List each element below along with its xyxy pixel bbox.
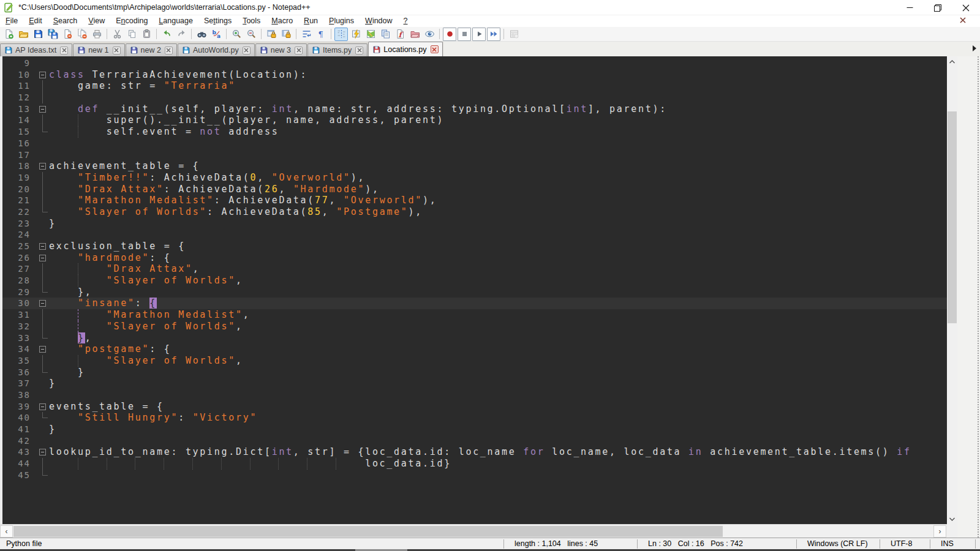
redo-icon[interactable] — [175, 28, 188, 41]
minimize-button[interactable] — [895, 0, 924, 15]
tab-label: new 2 — [141, 46, 161, 54]
show-all-characters-icon[interactable]: ¶ — [314, 28, 328, 41]
zoom-in-icon[interactable] — [230, 28, 243, 41]
tab-items-py[interactable]: Items.py — [307, 43, 368, 56]
menu-item-search[interactable]: Search — [48, 15, 83, 27]
code-line: 12 — [2, 92, 947, 103]
tab-close-icon[interactable] — [295, 47, 303, 54]
menu-item-encoding[interactable]: Encoding — [110, 15, 153, 27]
print-icon[interactable] — [90, 28, 104, 41]
fold-collapse-icon[interactable] — [39, 300, 46, 307]
function-list-icon[interactable]: f — [393, 28, 407, 41]
tab-new-2[interactable]: new 2 — [126, 43, 177, 56]
tab-list-icon[interactable] — [972, 45, 977, 51]
restore-button[interactable] — [924, 0, 952, 15]
menu-item-window[interactable]: Window — [360, 15, 398, 27]
close-window-button[interactable] — [952, 0, 980, 15]
scroll-right-icon[interactable]: › — [933, 525, 946, 538]
code-editor[interactable]: 910class TerrariaAchievement(Location):1… — [0, 56, 947, 524]
fold-collapse-icon[interactable] — [39, 72, 46, 78]
menu-item-plugins[interactable]: Plugins — [323, 15, 360, 27]
status-position: Pos : 742 — [710, 539, 743, 548]
line-number: 16 — [2, 138, 31, 149]
code-text: "Drax Attax", — [49, 263, 200, 275]
tab-close-icon[interactable] — [355, 47, 363, 54]
status-encoding[interactable]: UTF-8 — [884, 538, 912, 550]
code-text: "Marathon Medalist": AchieveData(77, "Ov… — [49, 195, 437, 206]
vertical-scrollbar[interactable] — [947, 56, 957, 524]
copy-icon[interactable] — [125, 28, 138, 41]
save-all-icon[interactable] — [46, 28, 59, 41]
close-document-icon[interactable] — [959, 17, 967, 24]
macro-stop-icon[interactable] — [458, 28, 471, 41]
menu-item-help[interactable]: ? — [398, 15, 413, 27]
horizontal-scrollbar[interactable]: ‹ › — [0, 524, 947, 538]
tab-label: AP Ideas.txt — [15, 46, 56, 54]
fold-collapse-icon[interactable] — [39, 449, 46, 455]
undo-icon[interactable] — [160, 28, 173, 41]
scroll-up-icon[interactable] — [947, 56, 957, 67]
macro-record-icon[interactable] — [443, 28, 456, 41]
menu-item-settings[interactable]: Settings — [198, 15, 237, 27]
tab-autoworld-py[interactable]: AutoWorld.py — [178, 43, 255, 56]
scroll-left-icon[interactable]: ‹ — [0, 525, 13, 538]
fold-collapse-icon[interactable] — [39, 106, 46, 113]
menu-item-macro[interactable]: Macro — [266, 15, 298, 27]
menu-item-view[interactable]: View — [83, 15, 110, 27]
fold-collapse-icon[interactable] — [39, 346, 46, 353]
sync-vertical-scrolling-icon[interactable] — [265, 28, 278, 41]
menu-item-file[interactable]: File — [0, 15, 23, 27]
status-eol-format[interactable]: Windows (CR LF) — [801, 538, 868, 550]
cut-icon[interactable] — [110, 28, 124, 41]
find-icon[interactable] — [195, 28, 208, 41]
fold-collapse-icon[interactable] — [39, 243, 46, 250]
paste-icon[interactable] — [140, 28, 153, 41]
line-number: 10 — [2, 69, 31, 81]
macro-save-icon[interactable] — [507, 28, 521, 41]
status-insert-mode[interactable]: INS — [935, 538, 954, 550]
replace-icon[interactable]: ba — [209, 28, 223, 41]
document-list-icon[interactable] — [379, 28, 392, 41]
menu-item-run[interactable]: Run — [298, 15, 323, 27]
fold-collapse-icon[interactable] — [39, 255, 46, 261]
macro-run-multiple-icon[interactable] — [487, 28, 500, 41]
close-icon[interactable] — [61, 28, 74, 41]
close-all-icon[interactable] — [75, 28, 89, 41]
fold-guide-line — [42, 309, 43, 321]
save-icon[interactable] — [31, 28, 45, 41]
code-line: 17 — [2, 149, 947, 161]
menu-item-language[interactable]: Language — [153, 15, 198, 27]
line-number: 19 — [2, 172, 31, 184]
window-right-edge — [957, 56, 980, 538]
tab-close-icon[interactable] — [431, 45, 439, 53]
folder-as-workspace-icon[interactable] — [408, 28, 421, 41]
tab-close-icon[interactable] — [165, 47, 173, 54]
toolbar-separator — [226, 29, 227, 39]
tab-close-icon[interactable] — [243, 47, 251, 54]
fold-guide-line — [42, 263, 43, 275]
sync-horizontal-scrolling-icon[interactable] — [279, 28, 293, 41]
scroll-down-icon[interactable] — [947, 514, 957, 524]
vertical-scrollbar-thumb[interactable] — [948, 111, 957, 323]
code-text: exclusion_table = { — [49, 241, 186, 252]
indent-guide-icon[interactable] — [334, 28, 348, 41]
shortcut-mapper-icon[interactable] — [349, 28, 363, 41]
tab-locations-py[interactable]: Locations.py — [368, 42, 442, 56]
document-map-icon[interactable] — [364, 28, 377, 41]
word-wrap-icon[interactable] — [300, 28, 313, 41]
fold-collapse-icon[interactable] — [39, 403, 46, 410]
file-monitoring-icon[interactable] — [423, 28, 436, 41]
menu-item-edit[interactable]: Edit — [23, 15, 48, 27]
new-file-icon[interactable] — [2, 28, 15, 41]
menu-item-tools[interactable]: Tools — [237, 15, 266, 27]
tab-close-icon[interactable] — [60, 47, 68, 54]
tab-close-icon[interactable] — [113, 47, 121, 54]
macro-play-icon[interactable] — [472, 28, 486, 41]
tab-ap-ideas-txt[interactable]: AP Ideas.txt — [0, 43, 72, 56]
tab-new-1[interactable]: new 1 — [73, 43, 124, 56]
fold-collapse-icon[interactable] — [39, 163, 46, 170]
tab-new-3[interactable]: new 3 — [255, 43, 307, 56]
zoom-out-icon[interactable] — [244, 28, 258, 41]
open-file-icon[interactable] — [17, 28, 30, 41]
horizontal-scrollbar-thumb[interactable] — [13, 526, 723, 537]
